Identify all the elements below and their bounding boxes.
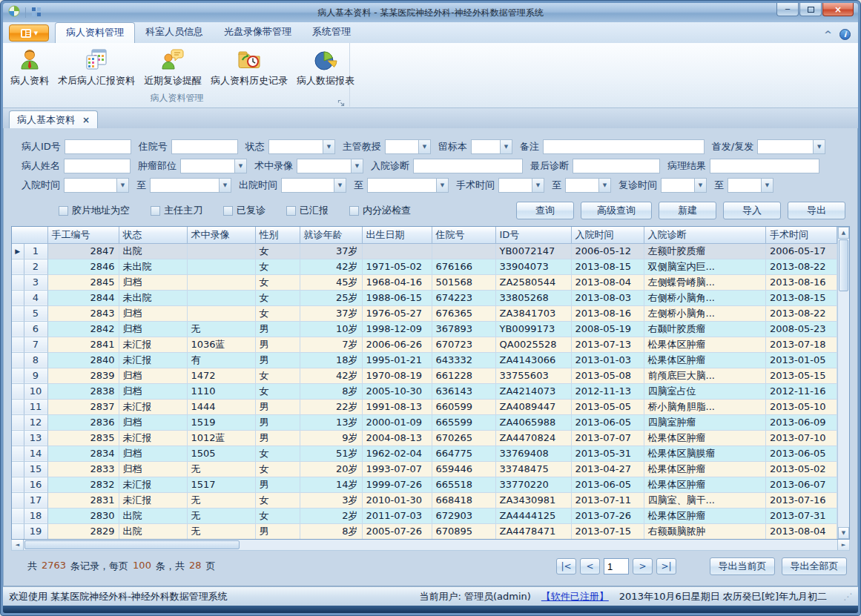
table-row[interactable]: 52843归档女37岁1976-05-27676365ZA38417032013… — [12, 305, 837, 321]
ribbon-tab-staff-info[interactable]: 科室人员信息 — [135, 22, 214, 43]
filter-admission-no-input[interactable] — [171, 139, 238, 154]
filter-admission-time-to-combo[interactable]: ▼ — [150, 178, 231, 193]
vertical-scroll-thumb[interactable] — [839, 239, 848, 291]
horizontal-scroll-thumb[interactable] — [24, 540, 240, 549]
scroll-left-icon[interactable]: ◄ — [12, 540, 24, 550]
filter-surgery-time-to-combo[interactable]: ▼ — [565, 178, 611, 193]
tab-patient-basic-info[interactable]: 病人基本资料 × — [9, 110, 98, 128]
dropdown-arrow-icon[interactable]: ▼ — [418, 140, 430, 153]
dropdown-arrow-icon[interactable]: ▼ — [351, 159, 363, 173]
app-menu-button[interactable]: ▼ — [9, 24, 49, 42]
table-row[interactable]: 112837未汇报1444男22岁1991-08-13660599ZA40894… — [12, 399, 837, 414]
next-page-button[interactable]: > — [633, 558, 653, 574]
table-row[interactable]: 102838归档1110女8岁2005-10-30636143ZA4214073… — [12, 383, 837, 399]
resize-grip-icon[interactable]: ⋰ — [843, 592, 852, 602]
checkbox-film-address-empty[interactable]: 胶片地址为空 — [59, 204, 130, 217]
checkbox-endocrine-exam[interactable]: 内分泌检查 — [349, 204, 411, 217]
dialog-launcher-icon[interactable] — [337, 96, 346, 105]
checkbox-director-surgeon[interactable]: 主任主刀 — [151, 204, 202, 217]
ribbon-item-patient-data[interactable]: 病人资料 — [6, 45, 53, 89]
layout-icon[interactable] — [31, 6, 42, 20]
dropdown-arrow-icon[interactable]: ▼ — [334, 179, 346, 192]
dropdown-arrow-icon[interactable]: ▼ — [234, 159, 246, 173]
header-cell-5[interactable]: 出生日期 — [362, 227, 432, 243]
last-page-button[interactable]: >| — [656, 558, 676, 574]
import-button[interactable]: 导入 — [723, 202, 781, 219]
table-row[interactable]: 182830出院无女2岁2011-07-03672903ZA4444125201… — [12, 508, 837, 523]
table-row[interactable]: 72841未汇报1036蓝男7岁2006-06-26670723QA002552… — [12, 337, 837, 352]
filter-revisit-time-to-combo[interactable]: ▼ — [728, 178, 773, 193]
page-number-input[interactable] — [604, 558, 629, 574]
table-row[interactable]: 132835未汇报1012蓝男9岁2004-08-13670265ZA44708… — [12, 430, 837, 446]
table-row[interactable]: 32845归档女45岁1968-04-16501568ZA25805442013… — [12, 274, 837, 290]
scroll-up-icon[interactable]: ▲ — [838, 227, 849, 239]
table-row[interactable]: 172831未汇报无女3岁2010-01-30668418ZA343098120… — [12, 492, 837, 508]
dropdown-arrow-icon[interactable]: ▼ — [436, 179, 448, 192]
filter-specimen-combo[interactable]: ▼ — [471, 139, 512, 154]
filter-patient-name-input[interactable] — [64, 159, 131, 173]
checkbox-reported[interactable]: 已汇报 — [286, 204, 329, 217]
filter-discharge-time-to-combo[interactable]: ▼ — [367, 178, 449, 193]
dropdown-arrow-icon[interactable]: ▼ — [500, 140, 512, 153]
header-cell-3[interactable]: 性别 — [255, 227, 300, 243]
info-icon[interactable]: i — [839, 29, 851, 40]
horizontal-scrollbar[interactable]: ◄ ► — [11, 540, 850, 551]
header-cell-9[interactable]: 入院诊断 — [644, 227, 766, 243]
close-button[interactable]: × — [822, 3, 854, 16]
filter-first-or-recur-combo[interactable]: ▼ — [757, 139, 825, 154]
dropdown-arrow-icon[interactable]: ▼ — [116, 179, 128, 192]
scroll-down-icon[interactable]: ▼ — [838, 527, 849, 539]
filter-remark-input[interactable] — [543, 139, 705, 154]
header-cell-2[interactable]: 术中录像 — [187, 227, 255, 243]
ribbon-item-data-report[interactable]: 病人数据报表 — [292, 45, 359, 89]
filter-patient-id-input[interactable] — [65, 139, 131, 154]
table-row[interactable]: 92839归档1472女42岁1970-08-19661228337556032… — [12, 368, 837, 383]
maximize-button[interactable] — [799, 3, 822, 16]
table-row[interactable]: 152833归档无女20岁1993-07-0765944633748475201… — [12, 461, 837, 477]
dropdown-arrow-icon[interactable]: ▼ — [813, 140, 825, 153]
export-all-pages-button[interactable]: 导出全部页 — [782, 557, 847, 575]
filter-final-diagnosis-input[interactable] — [573, 159, 660, 173]
ribbon-item-history-record[interactable]: 病人资料历史记录 — [206, 45, 292, 89]
filter-tumor-site-combo[interactable]: ▼ — [180, 159, 247, 173]
vertical-scrollbar[interactable]: ▲ ▼ — [837, 227, 849, 539]
filter-intraop-video-combo[interactable]: ▼ — [297, 159, 363, 173]
filter-admission-diagnosis-input[interactable] — [413, 159, 523, 173]
ribbon-collapse-icon[interactable]: ^ — [824, 29, 832, 40]
table-row[interactable]: 162832未汇报1517男14岁1999-07-266655183377022… — [12, 477, 837, 492]
header-cell-0[interactable]: 手工编号 — [47, 227, 119, 243]
ribbon-tab-system-mgmt[interactable]: 系统管理 — [302, 22, 361, 43]
scroll-right-icon[interactable]: ► — [837, 540, 849, 550]
ribbon-item-revisit-reminder[interactable]: 近期复诊提醒 — [139, 45, 206, 89]
header-cell-8[interactable]: 入院时间 — [571, 227, 644, 243]
ribbon-tab-patient-data-mgmt[interactable]: 病人资料管理 — [55, 22, 135, 43]
table-row[interactable]: 122836归档1519男13岁2000-01-09665599ZA406598… — [12, 414, 837, 430]
dropdown-arrow-icon[interactable]: ▼ — [761, 179, 773, 192]
dropdown-arrow-icon[interactable]: ▼ — [598, 179, 610, 192]
minimize-button[interactable]: ─ — [776, 3, 799, 16]
header-cell-4[interactable]: 就诊年龄 — [300, 227, 362, 243]
filter-chief-professor-combo[interactable]: ▼ — [385, 139, 431, 154]
dropdown-arrow-icon[interactable]: ▼ — [532, 179, 544, 192]
advanced-query-button[interactable]: 高级查询 — [581, 202, 652, 219]
table-row[interactable]: 62842归档无男10岁1998-12-09367893YB0099173200… — [12, 321, 837, 337]
filter-discharge-time-from-combo[interactable]: ▼ — [281, 178, 346, 193]
table-row[interactable]: 82840未汇报有男18岁1995-01-21643332ZA414306620… — [12, 352, 837, 368]
dropdown-arrow-icon[interactable]: ▼ — [323, 140, 334, 153]
table-row[interactable]: 22846未出院女42岁1971-05-02676166339040732013… — [12, 259, 837, 274]
registered-link[interactable]: 【软件已注册】 — [541, 590, 609, 603]
table-row[interactable]: 192829出院无男8岁2005-07-26670895ZA4478471201… — [12, 523, 837, 539]
filter-pathology-result-input[interactable] — [710, 159, 819, 173]
filter-admission-time-from-combo[interactable]: ▼ — [64, 178, 129, 193]
table-row[interactable]: 42844未出院女25岁1988-06-15674223338052682013… — [12, 290, 837, 305]
tab-close-icon[interactable]: × — [82, 115, 90, 125]
header-cell-1[interactable]: 状态 — [119, 227, 187, 243]
header-cell-6[interactable]: 住院号 — [432, 227, 495, 243]
header-cell-7[interactable]: ID号 — [495, 227, 571, 243]
dropdown-arrow-icon[interactable]: ▼ — [219, 179, 231, 192]
ribbon-item-postop-report[interactable]: 术后病人汇报资料 — [53, 45, 139, 89]
dropdown-arrow-icon[interactable]: ▼ — [694, 179, 706, 192]
filter-surgery-time-from-combo[interactable]: ▼ — [498, 178, 544, 193]
export-current-page-button[interactable]: 导出当前页 — [710, 557, 775, 575]
filter-status-combo[interactable]: ▼ — [268, 139, 335, 154]
